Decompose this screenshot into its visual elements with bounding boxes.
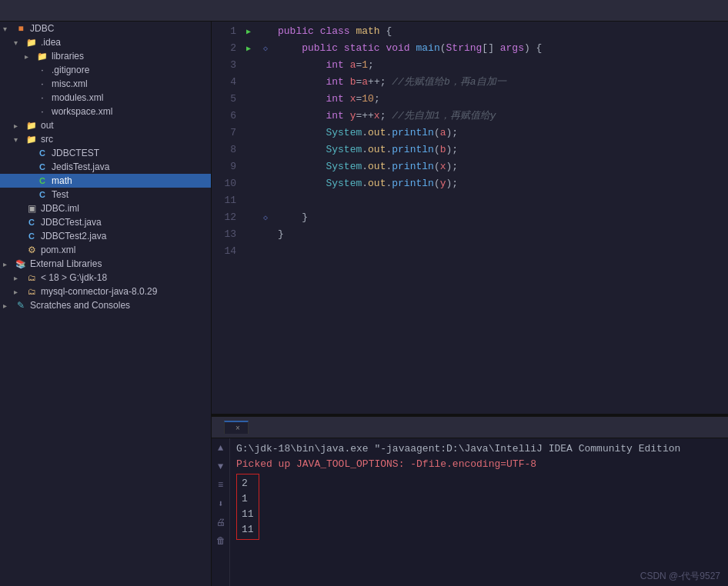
bookmark-gutter-6 [259, 108, 272, 125]
sidebar-label-math: math [52, 175, 208, 186]
code-line-5: int x=10; [278, 91, 722, 108]
scroll-up-button[interactable]: ▲ [214, 441, 228, 455]
bookmark-gutter-10 [259, 175, 272, 192]
sidebar-item-jdbc-root[interactable]: ▾■JDBC [0, 22, 211, 35]
sidebar-item-jedistest[interactable]: CJedisTest.java [0, 160, 211, 174]
console-tab-close[interactable]: × [235, 424, 240, 432]
main-layout: ▾■JDBC▾📁.idea▸📁libraries·.gitignore·misc… [0, 22, 728, 586]
tree-arrow-src-folder: ▾ [14, 135, 25, 144]
sidebar-item-jdk18[interactable]: ▸🗂< 18 > G:\jdk-18 [0, 271, 211, 285]
sidebar-item-src-folder[interactable]: ▾📁src [0, 132, 211, 146]
clear-button[interactable]: 🗑 [214, 534, 228, 548]
print-button[interactable]: 🖨 [214, 515, 228, 529]
sidebar-item-gitignore[interactable]: ·.gitignore [0, 63, 211, 77]
code-line-1: public class math { [278, 23, 722, 40]
line-number-3: 3 [212, 57, 236, 74]
sidebar-item-ext-libs[interactable]: ▸📚External Libraries [0, 257, 211, 271]
ext-icon: 📚 [14, 259, 28, 269]
run-gutter-7 [242, 125, 255, 142]
run-gutter-12 [242, 209, 255, 226]
sidebar-label-idea-folder: .idea [41, 37, 208, 48]
code-editor: 1234567891011121314 ▶▶ ◇◇ public class m… [212, 22, 728, 414]
sidebar[interactable]: ▾■JDBC▾📁.idea▸📁libraries·.gitignore·misc… [0, 22, 212, 586]
tree-arrow-mysql-connector: ▸ [14, 288, 25, 296]
sidebar-item-test[interactable]: CTest [0, 188, 211, 201]
pom-icon: ⚙ [25, 245, 38, 255]
sidebar-item-jdbctest[interactable]: CJDBCTEST [0, 146, 211, 160]
bookmark-gutter-2: ◇ [259, 40, 272, 57]
bookmark-gutter-13 [259, 226, 272, 243]
bookmark-gutter: ◇◇ [259, 22, 272, 414]
sidebar-label-out-folder: out [41, 120, 208, 131]
line-number-9: 9 [212, 158, 236, 175]
sidebar-item-jdbctest2-java[interactable]: CJDBCTest2.java [0, 229, 211, 243]
line-numbers: 1234567891011121314 [212, 22, 242, 414]
jdbc-icon: ■ [14, 23, 28, 34]
sidebar-item-jdbc-iml[interactable]: ▣JDBC.iml [0, 201, 211, 215]
tree-arrow-jdbc-root: ▾ [3, 25, 14, 33]
line-number-13: 13 [212, 226, 236, 243]
run-gutter-3 [242, 57, 255, 74]
sidebar-label-pom-xml: pom.xml [41, 245, 208, 255]
tree-arrow-scratches: ▸ [3, 301, 14, 310]
line-number-8: 8 [212, 142, 236, 158]
bookmark-gutter-7 [259, 125, 272, 142]
line-number-12: 12 [212, 209, 236, 226]
run-gutter-1[interactable]: ▶ [242, 23, 255, 40]
sidebar-item-mysql-connector[interactable]: ▸🗂mysql-connector-java-8.0.29 [0, 285, 211, 298]
bookmark-gutter-11 [259, 192, 272, 209]
sidebar-label-jdbctest-java: JDBCTest.java [41, 217, 208, 228]
bookmark-gutter-14 [259, 243, 272, 260]
folder-icon: 📁 [25, 135, 38, 145]
java-icon: C [35, 189, 49, 200]
tree-arrow-out-folder: ▸ [14, 122, 25, 130]
sidebar-item-pom-xml[interactable]: ⚙pom.xml [0, 243, 211, 257]
code-line-3: int a=1; [278, 57, 722, 74]
code-line-11 [278, 192, 722, 209]
sidebar-item-misc-xml[interactable]: ·misc.xml [0, 77, 211, 91]
sidebar-label-misc-xml: misc.xml [52, 78, 208, 89]
download-button[interactable]: ⬇ [214, 497, 228, 511]
sidebar-item-jdbctest-java[interactable]: CJDBCTest.java [0, 215, 211, 229]
code-line-4: int b=a++; //先赋值给b，再a自加一 [278, 74, 722, 91]
code-line-8: System.out.println(b); [278, 142, 722, 158]
run-gutter-8 [242, 142, 255, 158]
file-icon: · [35, 65, 49, 75]
sidebar-label-jdbctest2-java: JDBCTest2.java [41, 231, 208, 241]
console-output-line: 11 [242, 522, 254, 538]
java-icon: C [35, 161, 49, 172]
line-number-5: 5 [212, 91, 236, 108]
sidebar-label-scratches: Scratches and Consoles [30, 300, 208, 311]
sidebar-item-scratches[interactable]: ▸✎Scratches and Consoles [0, 298, 211, 312]
java-icon: C [35, 148, 49, 158]
iml-icon: ▣ [25, 203, 38, 214]
console-tab-math[interactable]: × [224, 421, 249, 434]
bookmark-gutter-3 [259, 57, 272, 74]
sidebar-label-src-folder: src [41, 134, 208, 145]
run-gutter-2[interactable]: ▶ [242, 40, 255, 57]
code-line-14 [278, 243, 722, 260]
sidebar-item-libraries[interactable]: ▸📁libraries [0, 49, 211, 63]
sidebar-item-math[interactable]: Cmath [0, 174, 211, 188]
sidebar-label-workspace-xml: workspace.xml [52, 106, 208, 117]
sidebar-label-jdbctest: JDBCTEST [52, 148, 208, 158]
sidebar-item-out-folder[interactable]: ▸📁out [0, 118, 211, 132]
code-line-7: System.out.println(a); [278, 125, 722, 142]
wrap-button[interactable]: ≡ [214, 478, 228, 492]
run-gutter-5 [242, 91, 255, 108]
sidebar-item-workspace-xml[interactable]: ·workspace.xml [0, 105, 211, 118]
console-output-line: 2 [242, 476, 254, 491]
tree-arrow-idea-folder: ▾ [14, 38, 25, 47]
sidebar-item-idea-folder[interactable]: ▾📁.idea [0, 35, 211, 49]
line-number-2: 2 [212, 40, 236, 57]
code-line-2: public static void main(String[] args) { [278, 40, 722, 57]
scroll-down-button[interactable]: ▼ [214, 460, 228, 474]
sidebar-label-gitignore: .gitignore [52, 65, 208, 75]
sidebar-label-test: Test [52, 189, 208, 200]
sidebar-label-jedistest: JedisTest.java [52, 161, 208, 172]
code-line-6: int y=++x; //先自加1，再赋值给y [278, 108, 722, 125]
line-number-6: 6 [212, 108, 236, 125]
console-output: G:\jdk-18\bin\java.exe "-javaagent:D:\Ja… [230, 438, 728, 586]
bookmark-gutter-1 [259, 23, 272, 40]
sidebar-item-modules-xml[interactable]: ·modules.xml [0, 91, 211, 105]
